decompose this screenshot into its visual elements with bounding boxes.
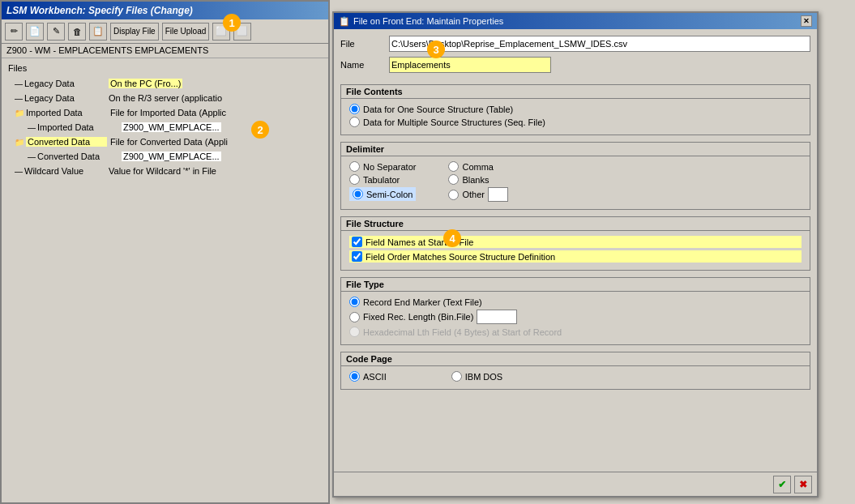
toolbar-copy-btn[interactable]: 📋 [89, 23, 107, 41]
radio-record-end-label: Record End Marker (Text File) [363, 297, 482, 307]
radio-one-source: Data for One Source Structure (Table) [349, 104, 802, 114]
tree-label: Wildcard Value [24, 166, 105, 176]
file-structure-header: File Structure [341, 217, 810, 231]
radio-hexadecimal-label: Hexadecimal Lth Field (4 Bytes) at Start… [363, 327, 562, 337]
radio-fixed-rec: Fixed Rec. Length (Bin.File) [349, 310, 802, 324]
delimiter-header: Delimiter [341, 143, 810, 156]
toolbar-edit-icon-btn[interactable]: ✏ [5, 23, 23, 41]
radio-record-end-input[interactable] [349, 297, 360, 307]
cancel-button[interactable]: ✖ [794, 476, 812, 493]
tree-label: Legacy Data [24, 93, 105, 103]
file-type-body: Record End Marker (Text File) Fixed Rec.… [341, 292, 810, 344]
radio-blanks-label: Blanks [462, 175, 489, 185]
delimiter-body: No Separator Tabulator Semi-Colon [341, 156, 810, 209]
toolbar-pencil-btn[interactable]: ✎ [47, 23, 65, 41]
new-doc-icon: 📄 [29, 26, 41, 37]
radio-semicolon-input[interactable] [353, 189, 363, 199]
name-field-row: Name [340, 57, 810, 73]
tree-label: Imported Data [26, 108, 107, 117]
display-file-button[interactable]: Display File [110, 23, 159, 41]
main-content: Files — Legacy Data On the PC (Fro...) —… [2, 58, 328, 183]
tree-value: Value for Wildcard '*' in File [109, 166, 216, 176]
confirm-icon: ✔ [778, 479, 786, 490]
dialog-close-button[interactable]: ✕ [801, 15, 812, 27]
radio-one-source-input[interactable] [349, 104, 360, 114]
radio-tabulator-input[interactable] [349, 174, 360, 185]
toolbar-delete-btn[interactable]: 🗑 [68, 23, 86, 41]
delimiter-section: Delimiter No Separator Tabulator [340, 142, 810, 210]
tree-container: — Legacy Data On the PC (Fro...) — Legac… [8, 76, 322, 178]
code-page-section: Code Page ASCII IBM DOS [340, 352, 810, 390]
file-contents-section: File Contents Data for One Source Struct… [340, 84, 810, 135]
tree-label: Converted Data [37, 152, 118, 161]
badge-2: 2 [251, 121, 269, 139]
radio-blanks-input[interactable] [448, 174, 459, 185]
radio-other: Other [448, 187, 508, 202]
main-title: LSM Workbench: Specify Files (Change) [6, 5, 193, 16]
badge-1: 1 [223, 14, 241, 32]
radio-tabulator-label: Tabulator [363, 175, 400, 185]
tree-leaf-icon: — [28, 152, 36, 161]
radio-hexadecimal-input [349, 327, 360, 337]
tree-row[interactable]: 📁 Converted Data File for Converted Data… [15, 135, 322, 149]
delimiter-right-col: Comma Blanks Other [448, 161, 508, 204]
radio-multi-source: Data for Multiple Source Structures (Seq… [349, 117, 802, 127]
file-structure-body: Field Names at Start of File Field Order… [341, 231, 810, 270]
dialog-body: File Name File Contents Data for One Sou… [334, 29, 817, 472]
tree-leaf-icon: — [28, 123, 36, 132]
tree-value: On the R/3 server (applicatio [109, 93, 222, 103]
checkbox-field-order-label: Field Order Matches Source Structure Def… [366, 252, 555, 262]
tree-value: Z900_WM_EMPLACE... [122, 122, 221, 132]
file-field-input[interactable] [389, 36, 810, 52]
file-upload-label: File Upload [165, 27, 207, 36]
tree-label: Legacy Data [24, 79, 105, 88]
file-structure-section: File Structure Field Names at Start of F… [340, 216, 810, 271]
tree-row[interactable]: — Legacy Data On the R/3 server (applica… [15, 91, 322, 105]
tree-value: File for Imported Data (Applic [110, 108, 226, 117]
radio-other-label: Other [462, 190, 485, 199]
radio-no-separator-label: No Separator [363, 162, 416, 172]
fixed-rec-length-input[interactable] [477, 310, 517, 324]
code-page-header: Code Page [341, 352, 810, 366]
file-field-row: File [340, 36, 810, 52]
toolbar-new-btn[interactable]: 📄 [26, 23, 44, 41]
radio-fixed-rec-input[interactable] [349, 312, 360, 322]
checkbox-field-names-input[interactable] [352, 237, 362, 247]
tree-row[interactable]: — Legacy Data On the PC (Fro...) [15, 76, 322, 91]
radio-semicolon: Semi-Colon [349, 187, 416, 201]
display-file-label: Display File [113, 27, 156, 36]
radio-blanks: Blanks [448, 174, 508, 185]
tree-row[interactable]: — Converted Data Z900_WM_EMPLACE... [28, 149, 322, 164]
radio-ibmdos-input[interactable] [451, 371, 462, 382]
radio-ascii-input[interactable] [349, 371, 360, 382]
radio-multi-source-input[interactable] [349, 117, 360, 127]
file-contents-body: Data for One Source Structure (Table) Da… [341, 99, 810, 135]
name-field-input[interactable] [389, 57, 551, 73]
radio-hexadecimal: Hexadecimal Lth Field (4 Bytes) at Start… [349, 327, 802, 337]
tree-value: Z900_WM_EMPLACE... [122, 152, 221, 161]
tree-leaf-icon: — [15, 167, 23, 176]
badge-3: 3 [427, 41, 445, 58]
tree-label: Converted Data [26, 137, 107, 147]
tree-row[interactable]: 📁 Imported Data File for Imported Data (… [15, 105, 322, 120]
radio-ascii: ASCII [349, 371, 387, 382]
radio-record-end: Record End Marker (Text File) [349, 297, 802, 307]
confirm-button[interactable]: ✔ [773, 476, 791, 493]
tree-value: On the PC (Fro...) [109, 79, 182, 88]
checkbox-field-order-input[interactable] [352, 251, 362, 262]
radio-comma-input[interactable] [448, 161, 459, 172]
dialog-title-icon: 📋 [339, 16, 350, 27]
other-delimiter-input[interactable] [488, 187, 508, 202]
name-field-label: Name [340, 60, 389, 70]
file-field-label: File [340, 39, 389, 49]
radio-other-input[interactable] [448, 190, 459, 200]
folder-icon: 📁 [15, 138, 24, 147]
radio-no-separator-input[interactable] [349, 161, 360, 172]
radio-no-separator: No Separator [349, 161, 416, 172]
file-type-section: File Type Record End Marker (Text File) … [340, 277, 810, 345]
tree-row[interactable]: — Wildcard Value Value for Wildcard '*' … [15, 164, 322, 178]
radio-semicolon-label: Semi-Colon [366, 190, 413, 199]
tree-label: Imported Data [37, 122, 118, 132]
tree-row[interactable]: — Imported Data Z900_WM_EMPLACE... [28, 120, 322, 135]
file-upload-button[interactable]: File Upload [162, 23, 210, 41]
